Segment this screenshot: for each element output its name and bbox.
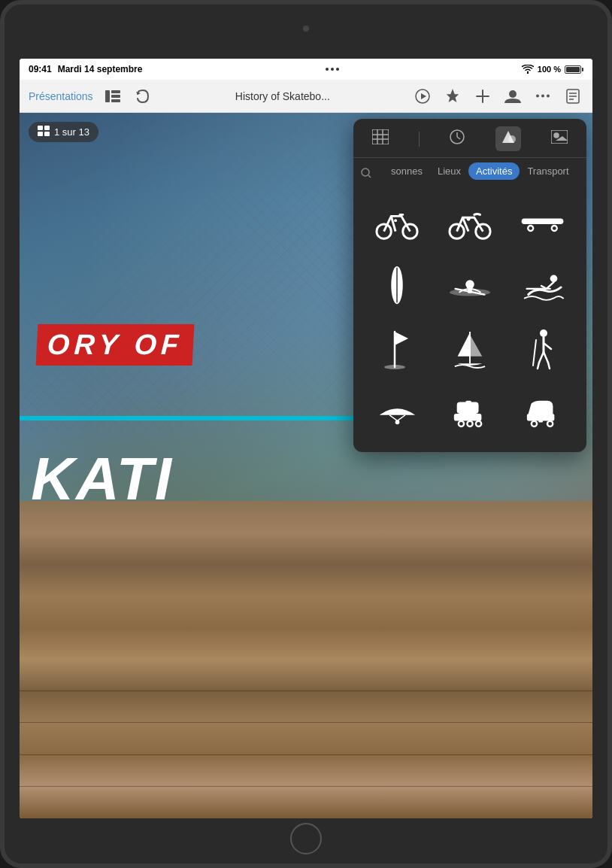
svg-marker-58 <box>470 335 482 357</box>
annotate-button[interactable] <box>439 83 466 110</box>
svg-point-38 <box>450 223 464 238</box>
svg-line-27 <box>457 137 460 139</box>
icon-rollerskates[interactable] <box>507 383 577 443</box>
panel-tab-divider <box>419 132 420 147</box>
cat-tab-activites[interactable]: Activités <box>468 162 520 180</box>
panel-tab-media[interactable] <box>547 127 572 150</box>
slide-text-of: ORY OF <box>47 329 184 360</box>
svg-point-37 <box>394 219 397 222</box>
icon-mountain-bike[interactable] <box>435 193 505 253</box>
icon-golf[interactable] <box>362 320 432 380</box>
svg-rect-20 <box>372 129 389 144</box>
panel-tab-bar <box>353 119 586 158</box>
slide-red-box: ORY OF <box>35 324 194 366</box>
svg-point-9 <box>536 95 539 98</box>
svg-point-29 <box>508 135 516 143</box>
slide-counter-text: 1 sur 13 <box>54 126 89 138</box>
status-date: Mardi 14 septembre <box>58 64 143 74</box>
svg-line-34 <box>368 175 371 178</box>
svg-point-40 <box>467 217 471 220</box>
svg-point-35 <box>377 223 391 238</box>
svg-rect-62 <box>457 402 479 414</box>
battery-percent: 100 % <box>538 65 561 74</box>
document-settings-button[interactable] <box>559 83 586 110</box>
icon-surfboard[interactable] <box>362 256 432 317</box>
shapes-panel: sonnes Lieux Activités Transport Trav <box>353 119 586 452</box>
slide-text-kati: KATI <box>31 445 173 514</box>
category-tabs: sonnes Lieux Activités Transport Trav <box>376 162 579 186</box>
play-button[interactable] <box>409 83 436 110</box>
svg-marker-54 <box>395 332 408 345</box>
battery-icon <box>565 65 583 74</box>
status-left: 09:41 Mardi 14 septembre <box>29 64 142 74</box>
wifi-icon <box>522 65 534 74</box>
search-icon <box>361 168 371 181</box>
svg-rect-19 <box>44 132 50 136</box>
svg-rect-17 <box>44 126 50 130</box>
svg-rect-16 <box>38 126 43 130</box>
svg-point-31 <box>554 133 559 138</box>
svg-point-33 <box>362 168 369 176</box>
cat-tab-travail[interactable]: Trav <box>577 162 579 180</box>
svg-point-39 <box>476 223 490 238</box>
status-time: 09:41 <box>29 64 52 74</box>
ipad-frame: 09:41 Mardi 14 septembre 100 % <box>0 0 612 868</box>
svg-marker-57 <box>458 332 470 357</box>
icon-bicycle[interactable] <box>362 193 432 253</box>
panel-tab-table[interactable] <box>368 126 393 151</box>
status-right: 100 % <box>522 65 583 74</box>
cat-tab-transport[interactable]: Transport <box>520 162 576 180</box>
insert-button[interactable] <box>469 83 496 110</box>
icon-paragliding[interactable] <box>362 383 432 443</box>
undo-button[interactable] <box>129 83 156 110</box>
svg-point-75 <box>548 422 552 426</box>
svg-point-45 <box>553 226 556 230</box>
cat-tab-personnes[interactable]: sonnes <box>383 162 430 180</box>
icon-swimming[interactable] <box>507 256 577 317</box>
icon-rowing[interactable] <box>435 256 505 317</box>
document-title: History of Skatebo... <box>159 90 406 102</box>
svg-line-60 <box>533 340 536 366</box>
panel-tab-clock[interactable] <box>445 126 469 151</box>
svg-point-11 <box>547 95 550 98</box>
svg-point-61 <box>395 420 399 424</box>
status-bar: 09:41 Mardi 14 septembre 100 % <box>20 59 592 80</box>
svg-point-36 <box>403 223 417 238</box>
svg-rect-7 <box>476 96 489 97</box>
home-button[interactable] <box>290 823 322 854</box>
navigator-button[interactable] <box>99 83 126 110</box>
svg-rect-76 <box>538 420 543 423</box>
icon-rollerblades[interactable] <box>435 383 505 443</box>
icon-hiking[interactable] <box>507 320 577 380</box>
svg-rect-63 <box>454 414 482 421</box>
svg-point-52 <box>550 275 557 283</box>
svg-point-44 <box>529 226 533 230</box>
svg-rect-41 <box>522 219 564 224</box>
svg-rect-18 <box>38 132 43 136</box>
slide-counter-icon <box>38 126 50 138</box>
icon-sailing[interactable] <box>435 320 505 380</box>
more-button[interactable] <box>529 83 556 110</box>
svg-rect-0 <box>105 90 110 102</box>
panel-tab-shapes[interactable] <box>495 126 521 151</box>
svg-rect-3 <box>111 99 120 102</box>
toolbar: Présentations History of Skatebo... <box>20 80 592 113</box>
cat-tab-lieux[interactable]: Lieux <box>430 162 468 180</box>
svg-point-68 <box>468 422 472 426</box>
svg-rect-1 <box>111 90 120 93</box>
svg-point-55 <box>384 365 405 369</box>
status-center <box>326 68 339 71</box>
camera-dot <box>303 26 309 32</box>
collaborate-button[interactable] <box>499 83 526 110</box>
ipad-screen: 09:41 Mardi 14 septembre 100 % <box>20 59 592 818</box>
slide-counter: 1 sur 13 <box>29 122 98 142</box>
icon-skateboard[interactable] <box>507 193 577 253</box>
svg-point-69 <box>477 422 480 426</box>
slide-area[interactable]: ORY OF KATI 1 sur 13 <box>20 113 592 818</box>
svg-rect-30 <box>551 130 568 144</box>
svg-point-67 <box>459 422 463 426</box>
presentations-back-button[interactable]: Présentations <box>26 90 96 102</box>
plank-lines <box>20 501 592 818</box>
panel-search: sonnes Lieux Activités Transport Trav <box>353 158 586 190</box>
svg-point-10 <box>541 95 544 98</box>
